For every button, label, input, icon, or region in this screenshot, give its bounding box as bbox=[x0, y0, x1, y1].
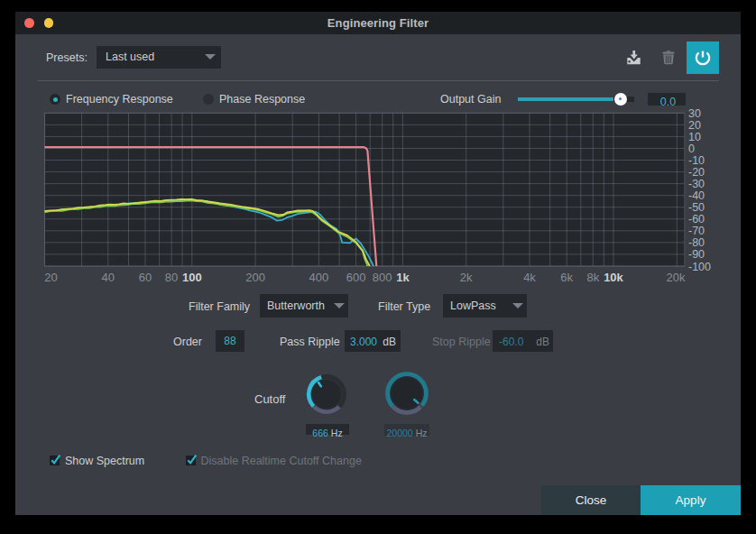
svg-text:600: 600 bbox=[346, 271, 366, 284]
svg-text:30: 30 bbox=[688, 107, 701, 120]
svg-text:-60: -60 bbox=[688, 213, 705, 226]
svg-text:-40: -40 bbox=[688, 189, 705, 202]
svg-text:8k: 8k bbox=[586, 271, 599, 284]
svg-text:6k: 6k bbox=[560, 271, 573, 284]
svg-text:100: 100 bbox=[182, 271, 202, 284]
svg-text:-30: -30 bbox=[688, 178, 705, 190]
svg-text:-90: -90 bbox=[688, 248, 705, 261]
svg-text:0: 0 bbox=[688, 143, 695, 155]
svg-text:20: 20 bbox=[688, 119, 701, 132]
svg-text:-10: -10 bbox=[688, 154, 705, 167]
svg-text:40: 40 bbox=[102, 271, 115, 284]
svg-text:4k: 4k bbox=[523, 271, 536, 284]
svg-text:60: 60 bbox=[139, 271, 152, 284]
svg-text:20k: 20k bbox=[667, 271, 686, 284]
svg-text:400: 400 bbox=[309, 271, 329, 284]
svg-text:-20: -20 bbox=[688, 166, 705, 179]
svg-text:80: 80 bbox=[165, 271, 178, 284]
svg-text:20: 20 bbox=[44, 271, 57, 284]
svg-text:-100: -100 bbox=[688, 261, 711, 273]
svg-text:-80: -80 bbox=[688, 236, 705, 249]
svg-text:800: 800 bbox=[373, 271, 392, 284]
svg-text:2k: 2k bbox=[460, 271, 473, 284]
svg-text:1k: 1k bbox=[396, 271, 410, 284]
svg-text:-70: -70 bbox=[688, 225, 705, 237]
svg-text:10: 10 bbox=[688, 131, 701, 143]
svg-text:-50: -50 bbox=[688, 201, 705, 214]
svg-text:10k: 10k bbox=[604, 271, 623, 284]
svg-text:200: 200 bbox=[245, 271, 265, 284]
